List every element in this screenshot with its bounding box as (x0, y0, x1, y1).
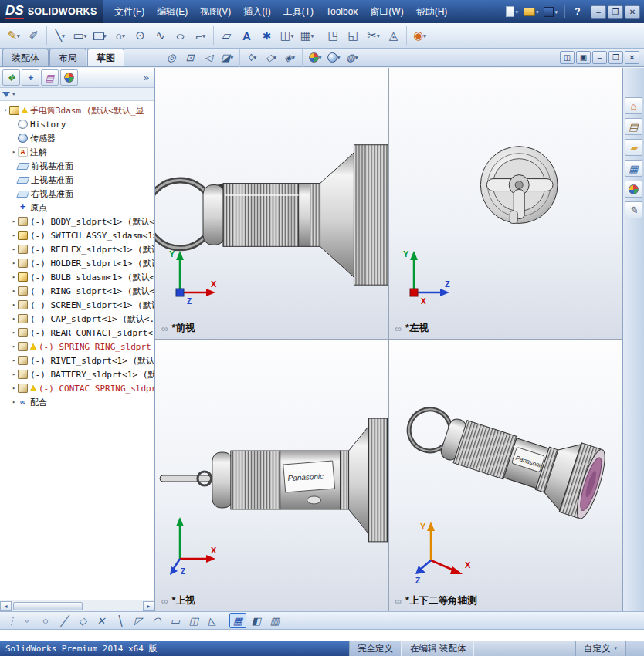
delete-tool-button[interactable]: ✕ (93, 613, 110, 628)
section-view-button[interactable]: ◪▾ (219, 50, 236, 66)
appearances-button[interactable] (625, 181, 642, 198)
four-view-button[interactable]: ▦ (229, 613, 246, 628)
menu-file[interactable]: 文件(F) (108, 0, 151, 23)
tree-item-contact-spring[interactable]: ▸(-) CONTAC SPRING_sldpr (10, 381, 154, 395)
instant3d-button[interactable]: ◉▾ (410, 25, 429, 46)
tree-item-body[interactable]: ▸(-) BODY_sldprt<1> (默认< (10, 215, 154, 228)
edit-appearance-button[interactable]: ▾ (307, 50, 324, 66)
tree-item-reflex[interactable]: ▸(-) REFLEX_sldprt<1> (默认 (10, 242, 154, 256)
doc-minimize-button[interactable]: – (592, 51, 607, 64)
tab-assembly[interactable]: 装配体 (2, 49, 49, 66)
toolbar-drag-handle[interactable]: ⋮ (6, 613, 17, 628)
displaymanager-tab[interactable] (60, 69, 78, 86)
sketch-fillet-button[interactable]: ⌐▾ (191, 25, 210, 46)
expand-arrow-icon[interactable]: ▸ (10, 302, 18, 308)
expand-arrow-icon[interactable]: ▸ (10, 330, 18, 336)
doc-layout-button[interactable]: ▣ (576, 51, 591, 64)
scroll-left-arrow[interactable]: ◂ (0, 601, 12, 611)
new-document-button[interactable]: ▾ (504, 5, 520, 19)
tree-item-root[interactable]: ▾手电筒3dasm (默认<默认_显 (2, 103, 154, 117)
featuremanager-tab[interactable]: ❖ (2, 69, 20, 86)
menu-tools[interactable]: 工具(T) (277, 0, 320, 23)
open-button[interactable]: ▾ (522, 6, 541, 18)
scroll-right-arrow[interactable]: ▸ (143, 601, 154, 611)
two-view-button[interactable]: ◧ (248, 613, 265, 628)
polygon-tool-button[interactable]: ◇ (74, 613, 91, 628)
restore-button[interactable]: ❐ (608, 5, 623, 19)
angle-tool-button[interactable]: ◺ (204, 613, 221, 628)
tree-item-cap[interactable]: ▸(-) CAP_sldprt<1> (默认<. (10, 312, 154, 326)
line-button[interactable]: ╲▾ (50, 25, 69, 46)
tree-item-rear-contact[interactable]: ▸(-) REAR CONTACT_sldprt<1 (10, 326, 154, 340)
text-button[interactable]: A (237, 25, 256, 46)
tree-item-history[interactable]: History (10, 117, 154, 131)
convert-entities-button[interactable]: ◱ (344, 25, 363, 46)
tab-sketch[interactable]: 草图 (87, 49, 124, 66)
corner-tool-button[interactable]: ◸ (130, 613, 147, 628)
perimeter-circle-button[interactable]: ⊙ (130, 25, 150, 46)
tree-item-bulb[interactable]: ▸(-) BULB_sldasm<1> (默认< (10, 270, 154, 284)
mirror-tool-button[interactable]: ◫ (185, 613, 202, 628)
menu-insert[interactable]: 插入(I) (237, 0, 276, 23)
view-orientation-button[interactable]: ◇▾ (263, 50, 280, 66)
display-style-button[interactable]: ◈▾ (281, 50, 298, 66)
tree-item-front-plane[interactable]: 前视基准面 (10, 159, 154, 173)
apply-scene-button[interactable]: ▾ (325, 50, 342, 66)
annotation-button[interactable]: ◊▾ (244, 50, 261, 66)
expand-arrow-icon[interactable]: ▸ (10, 232, 18, 238)
tree-item-spring-ring[interactable]: ▸(-) SPRING RING_sldprt (10, 340, 154, 353)
table-view-button[interactable]: ▥ (266, 613, 283, 628)
menu-view[interactable]: 视图(V) (194, 0, 237, 23)
tree-item-mates[interactable]: ▸∞配合 (10, 395, 154, 409)
linear-pattern-button[interactable]: ▦▾ (297, 25, 317, 46)
tree-horizontal-scrollbar[interactable]: ◂ ▸ (0, 600, 154, 611)
help-button[interactable]: ? (571, 5, 585, 19)
menu-help[interactable]: 帮助(H) (410, 0, 454, 23)
close-button[interactable]: ✕ (625, 5, 640, 19)
expand-arrow-icon[interactable]: ▸ (10, 371, 18, 377)
tree-item-battery[interactable]: ▸(-) BATTERY_sldprt<1> (默认 (10, 367, 154, 381)
collapse-arrow-icon[interactable]: ▾ (2, 107, 9, 113)
configurationmanager-tab[interactable]: ▤ (41, 69, 59, 86)
rectangle-tool-button[interactable]: ▭ (167, 613, 184, 628)
doc-tile-button[interactable]: ◫ (560, 51, 575, 64)
zoom-fit-button[interactable]: ◎ (163, 50, 180, 66)
viewport-isometric[interactable]: Panasonic Y X Z (389, 340, 623, 611)
tree-item-ring[interactable]: ▸(-) RING_sldprt<1> (默认< (10, 284, 154, 298)
mirror-entities-button[interactable]: ◫▾ (277, 25, 297, 46)
spline-button[interactable]: ∿ (151, 25, 170, 46)
design-library-button[interactable]: ▤ (625, 118, 642, 135)
expand-arrow-icon[interactable]: ▸ (10, 343, 18, 350)
tab-layout[interactable]: 布局 (49, 49, 86, 66)
ellipse-button[interactable]: ○ (171, 25, 190, 46)
panel-expand-chevrons[interactable]: » (141, 72, 152, 83)
expand-arrow-icon[interactable]: ▸ (10, 246, 18, 252)
menu-toolbox[interactable]: Toolbox (320, 0, 364, 23)
display-relations-button[interactable]: ◬ (384, 25, 403, 46)
tree-item-holder[interactable]: ▸(-) HOLDER_sldprt<1> (默认 (10, 256, 154, 270)
propertymanager-tab[interactable]: + (22, 69, 39, 86)
solidworks-resources-button[interactable]: ⌂ (625, 97, 642, 114)
expand-arrow-icon[interactable]: ▸ (10, 385, 18, 391)
tree-item-rivet[interactable]: ▸(-) RIVET_sldprt<1> (默认 (10, 353, 154, 367)
tree-item-switch-assy[interactable]: ▸(-) SWITCH ASSY_sldasm<1> (10, 228, 154, 242)
expand-arrow-icon[interactable]: ▸ (10, 260, 18, 266)
arc-tool-button[interactable]: ◠ (148, 613, 165, 628)
trim-entities-button[interactable]: ✂▾ (364, 25, 383, 46)
circle-tool-button[interactable]: ○ (37, 613, 54, 628)
scrollbar-thumb[interactable] (13, 602, 83, 610)
corner-rectangle-button[interactable]: ▭▾ (70, 25, 90, 46)
custom-properties-button[interactable]: ✎ (625, 201, 642, 218)
expand-arrow-icon[interactable]: ▸ (10, 149, 18, 155)
doc-close-button[interactable]: ✕ (625, 51, 639, 64)
minimize-button[interactable]: – (591, 5, 606, 19)
save-button[interactable]: ▾ (542, 5, 559, 19)
menu-window[interactable]: 窗口(W) (364, 0, 409, 23)
file-explorer-button[interactable]: ▰ (625, 139, 642, 156)
smart-dimension-button[interactable]: ✐ (24, 25, 43, 46)
tree-item-right-plane[interactable]: 右视基准面 (10, 187, 154, 201)
viewport-top[interactable]: Panasonic X Z ∞*上视 (155, 340, 389, 611)
tree-item-top-plane[interactable]: 上视基准面 (10, 173, 154, 187)
viewport-front[interactable]: Y X Z ∞*前视 (155, 68, 389, 340)
menu-edit[interactable]: 编辑(E) (151, 0, 194, 23)
